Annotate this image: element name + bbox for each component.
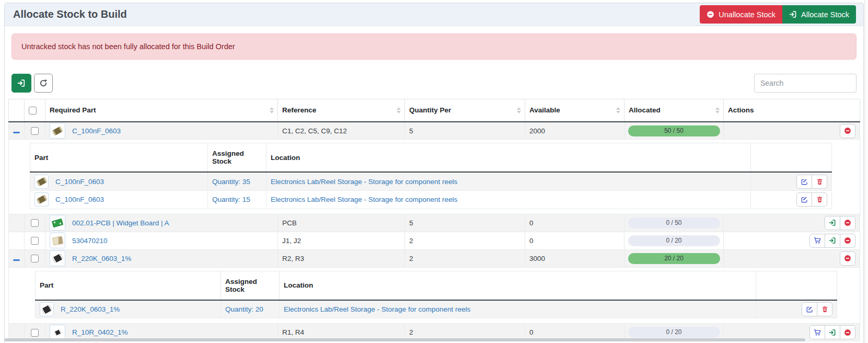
- search-input[interactable]: [754, 74, 857, 93]
- capacitor-chip-icon: [34, 175, 49, 189]
- trash-icon: [816, 196, 823, 203]
- sign-in-icon: [829, 329, 836, 336]
- row-checkbox[interactable]: [31, 219, 39, 227]
- trash-icon: [816, 178, 823, 185]
- allocations-sub-table: Part Assigned Stock Location R_220K_0603…: [35, 271, 837, 319]
- allocate-row-button[interactable]: [825, 216, 840, 230]
- location-link[interactable]: Electronics Lab/Reel Storage - Storage f…: [271, 196, 457, 203]
- part-link[interactable]: 530470210: [72, 237, 108, 245]
- column-header-allocated[interactable]: Allocated: [624, 99, 724, 122]
- pcb-icon: [50, 215, 65, 231]
- untracked-stock-alert: Untracked stock has not been fully alloc…: [11, 33, 857, 60]
- allocate-row-button[interactable]: [825, 234, 840, 248]
- allocations-sub-table: Part Assigned Stock Location C_100nF_060…: [30, 143, 832, 209]
- refresh-table-button[interactable]: [34, 74, 53, 93]
- unallocate-row-button[interactable]: [840, 251, 855, 266]
- quantity-per-cell: 2: [405, 249, 525, 267]
- row-checkbox[interactable]: [31, 127, 39, 135]
- table-toolbar: [11, 74, 857, 93]
- sub-column-part: Part: [30, 143, 208, 173]
- part-link[interactable]: 002.01-PCB | Widget Board | A: [72, 219, 169, 227]
- location-link[interactable]: Electronics Lab/Reel Storage - Storage f…: [284, 305, 470, 313]
- allocated-progress: 50 / 50: [628, 125, 720, 136]
- table-row: R_220K_0603_1% R2, R3 2 3000 20 / 20: [9, 249, 860, 267]
- allocate-row-button[interactable]: [825, 325, 840, 339]
- page-title: Allocate Stock to Build: [13, 8, 127, 20]
- order-stock-button[interactable]: [809, 234, 825, 248]
- shopping-cart-icon: [814, 237, 821, 244]
- minus-circle-icon: [844, 237, 851, 244]
- capacitor-chip-icon: [34, 192, 49, 207]
- row-actions: [840, 251, 855, 266]
- minus-circle-icon: [844, 127, 851, 134]
- delete-allocation-button[interactable]: [812, 175, 827, 189]
- collapse-row-icon[interactable]: [13, 132, 20, 133]
- allocation-part-link[interactable]: C_100nF_0603: [55, 178, 104, 186]
- edit-allocation-button[interactable]: [802, 302, 817, 316]
- vertical-scrollbar-track[interactable]: [864, 0, 868, 343]
- allocation-actions: [796, 175, 827, 189]
- unallocate-row-button[interactable]: [840, 325, 855, 339]
- allocated-progress: 0 / 50: [628, 218, 720, 228]
- allocation-part-link[interactable]: R_220K_0603_1%: [61, 305, 120, 313]
- column-header-required-part[interactable]: Required Part: [45, 99, 278, 122]
- available-cell: 0: [525, 232, 624, 249]
- reference-cell: C1, C2, C5, C9, C12: [278, 122, 405, 140]
- allocate-selected-button[interactable]: [11, 74, 31, 93]
- row-actions: [825, 216, 855, 230]
- sign-in-icon: [829, 237, 836, 244]
- refresh-icon: [39, 79, 48, 87]
- location-link[interactable]: Electronics Lab/Reel Storage - Storage f…: [271, 178, 457, 186]
- allocation-part-link[interactable]: C_100nF_0603: [55, 196, 104, 203]
- quantity-per-cell: 2: [405, 232, 525, 249]
- edit-allocation-button[interactable]: [796, 192, 812, 207]
- expand-column-header: [9, 99, 25, 122]
- unallocate-row-button[interactable]: [840, 234, 855, 248]
- column-header-actions: Actions: [724, 99, 860, 122]
- column-header-available[interactable]: Available: [525, 99, 624, 122]
- sort-icon: [715, 107, 720, 113]
- unallocate-row-button[interactable]: [840, 124, 855, 138]
- resistor-chip-icon: [50, 250, 65, 266]
- column-header-quantity-per[interactable]: Quantity Per: [405, 99, 525, 122]
- part-link[interactable]: C_100nF_0603: [72, 127, 121, 135]
- select-all-header: [25, 99, 45, 122]
- unallocate-stock-button[interactable]: Unallocate Stock: [700, 5, 782, 24]
- select-all-checkbox[interactable]: [29, 107, 37, 115]
- delete-allocation-button[interactable]: [812, 192, 827, 207]
- order-stock-button[interactable]: [809, 325, 825, 339]
- assigned-stock-link[interactable]: Quantity: 15: [212, 196, 250, 203]
- minus-circle-icon: [707, 10, 714, 18]
- row-actions: [840, 124, 855, 138]
- assigned-stock-link[interactable]: Quantity: 35: [212, 178, 250, 186]
- delete-allocation-button[interactable]: [817, 302, 832, 316]
- reference-cell: PCB: [278, 214, 405, 232]
- sub-column-assigned-stock: Assigned Stock: [221, 271, 280, 300]
- sign-in-icon: [17, 79, 26, 87]
- trash-icon: [821, 306, 828, 313]
- allocate-stock-button[interactable]: Allocate Stock: [782, 5, 856, 24]
- quantity-per-cell: 5: [405, 122, 525, 140]
- sub-column-location: Location: [267, 143, 751, 173]
- allocation-row: C_100nF_0603 Quantity: 15 Electronics La…: [30, 190, 832, 209]
- part-link[interactable]: R_10R_0402_1%: [72, 328, 128, 336]
- part-link[interactable]: R_220K_0603_1%: [72, 255, 131, 262]
- toolbar-buttons: [11, 74, 53, 93]
- available-cell: 3000: [525, 249, 624, 267]
- edit-icon: [801, 178, 808, 185]
- horizontal-scrollbar[interactable]: [4, 338, 805, 341]
- quantity-per-cell: 5: [405, 214, 525, 232]
- row-checkbox[interactable]: [31, 255, 39, 262]
- row-checkbox[interactable]: [31, 237, 39, 245]
- collapse-row-icon[interactable]: [13, 259, 20, 261]
- panel-body: Untracked stock has not been fully alloc…: [5, 26, 863, 343]
- detail-row: Part Assigned Stock Location R_220K_0603…: [9, 267, 860, 324]
- sort-icon: [397, 107, 401, 113]
- column-header-reference[interactable]: Reference: [278, 99, 405, 122]
- assigned-stock-link[interactable]: Quantity: 20: [225, 305, 263, 313]
- edit-allocation-button[interactable]: [796, 175, 812, 189]
- unallocate-row-button[interactable]: [840, 216, 855, 230]
- minus-circle-icon: [844, 219, 851, 226]
- row-checkbox[interactable]: [31, 329, 39, 337]
- allocate-stock-panel: Allocate Stock to Build Unallocate Stock…: [4, 3, 864, 343]
